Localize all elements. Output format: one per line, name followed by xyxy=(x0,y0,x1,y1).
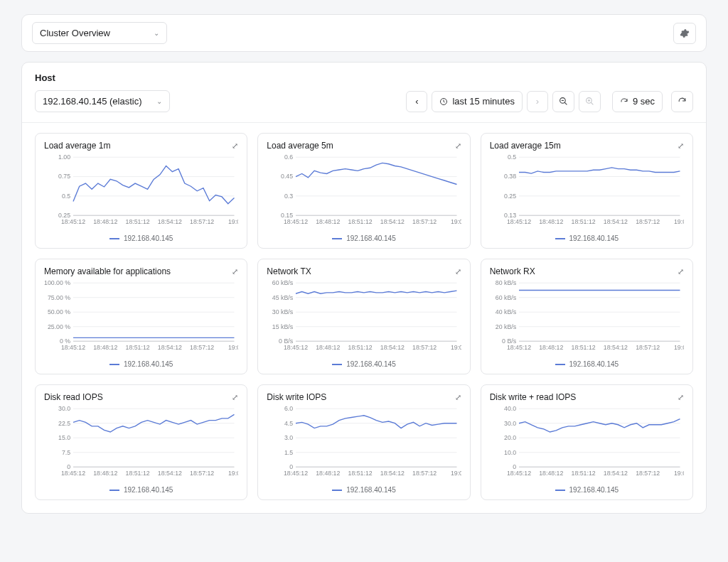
settings-button[interactable] xyxy=(673,23,696,44)
svg-text:18:51:12: 18:51:12 xyxy=(126,344,150,351)
expand-icon[interactable]: ⤢ xyxy=(455,393,461,402)
svg-line-7 xyxy=(591,102,593,104)
svg-text:18:48:12: 18:48:12 xyxy=(316,470,341,477)
svg-text:18:57:12: 18:57:12 xyxy=(412,218,437,225)
chart-plot[interactable]: 0 B/s15 kB/s30 kB/s45 kB/s60 kB/s18:45:1… xyxy=(267,279,461,357)
legend-swatch xyxy=(555,364,565,365)
overview-select[interactable]: Cluster Overview ⌄ xyxy=(32,22,167,44)
svg-text:19:0: 19:0 xyxy=(451,470,461,477)
expand-icon[interactable]: ⤢ xyxy=(455,141,461,151)
refresh-now-button[interactable] xyxy=(671,91,693,112)
chart-title: Disk write + read IOPS xyxy=(490,392,577,402)
svg-text:18:51:12: 18:51:12 xyxy=(126,218,150,225)
svg-text:60 kB/s: 60 kB/s xyxy=(272,279,294,286)
svg-text:19:0: 19:0 xyxy=(228,470,238,477)
chart-load1m: Load average 1m⤢0.250.50.751.0018:45:121… xyxy=(35,133,247,249)
expand-icon[interactable]: ⤢ xyxy=(455,267,461,276)
svg-text:19:0: 19:0 xyxy=(451,344,461,351)
svg-text:18:45:12: 18:45:12 xyxy=(507,218,531,225)
chart-legend: 192.168.40.145 xyxy=(490,360,684,368)
chart-plot[interactable]: 010.020.030.040.018:45:1218:48:1218:51:1… xyxy=(490,405,684,483)
svg-text:75.00 %: 75.00 % xyxy=(48,294,70,301)
legend-label: 192.168.40.145 xyxy=(346,360,396,368)
time-back-button[interactable]: ‹ xyxy=(406,91,427,112)
legend-label: 192.168.40.145 xyxy=(124,486,173,494)
svg-text:18:57:12: 18:57:12 xyxy=(636,218,660,225)
chart-title: Disk read IOPS xyxy=(44,392,103,402)
clock-icon xyxy=(439,97,448,106)
svg-text:18:57:12: 18:57:12 xyxy=(190,218,214,225)
svg-text:18:54:12: 18:54:12 xyxy=(603,470,627,477)
svg-text:18:51:12: 18:51:12 xyxy=(571,470,595,477)
legend-swatch xyxy=(332,364,342,365)
chevron-left-icon: ‹ xyxy=(415,96,418,107)
svg-text:30.0: 30.0 xyxy=(504,420,516,427)
svg-text:0.45: 0.45 xyxy=(281,173,293,180)
chart-title: Disk write IOPS xyxy=(267,392,326,402)
zoom-in-icon xyxy=(585,97,594,106)
chart-plot[interactable]: 01.53.04.56.018:45:1218:48:1218:51:1218:… xyxy=(267,405,461,483)
svg-text:18:51:12: 18:51:12 xyxy=(571,218,595,225)
svg-text:19:0: 19:0 xyxy=(228,218,238,225)
svg-text:18:45:12: 18:45:12 xyxy=(61,470,85,477)
expand-icon[interactable]: ⤢ xyxy=(232,267,238,276)
chart-legend: 192.168.40.145 xyxy=(44,234,238,242)
legend-label: 192.168.40.145 xyxy=(569,360,619,368)
svg-text:40 kB/s: 40 kB/s xyxy=(496,308,517,315)
chart-load15m: Load average 15m⤢0.130.250.380.518:45:12… xyxy=(481,133,693,249)
svg-text:18:45:12: 18:45:12 xyxy=(61,344,85,351)
svg-text:0.6: 0.6 xyxy=(284,153,293,161)
expand-icon[interactable]: ⤢ xyxy=(678,267,684,276)
chart-legend: 192.168.40.145 xyxy=(267,486,461,494)
svg-text:18:54:12: 18:54:12 xyxy=(380,344,405,351)
chevron-right-icon: › xyxy=(536,96,539,107)
svg-text:15 kB/s: 15 kB/s xyxy=(272,323,294,330)
zoom-out-button[interactable] xyxy=(552,91,574,112)
legend-label: 192.168.40.145 xyxy=(124,234,173,242)
panel-title: Host xyxy=(22,63,706,90)
expand-icon[interactable]: ⤢ xyxy=(678,393,684,402)
svg-text:3.0: 3.0 xyxy=(284,434,293,441)
expand-icon[interactable]: ⤢ xyxy=(232,393,238,402)
chart-legend: 192.168.40.145 xyxy=(490,486,684,494)
host-select[interactable]: 192.168.40.145 (elastic) ⌄ xyxy=(35,90,170,112)
chart-diskwrite: Disk write IOPS⤢01.53.04.56.018:45:1218:… xyxy=(257,384,470,500)
chart-plot[interactable]: 0 B/s20 kB/s40 kB/s60 kB/s80 kB/s18:45:1… xyxy=(490,279,684,357)
expand-icon[interactable]: ⤢ xyxy=(232,141,238,151)
zoom-in-button[interactable] xyxy=(579,91,601,112)
svg-text:18:51:12: 18:51:12 xyxy=(348,344,373,351)
chart-legend: 192.168.40.145 xyxy=(490,234,684,242)
chart-plot[interactable]: 0.130.250.380.518:45:1218:48:1218:51:121… xyxy=(490,153,684,232)
charts-grid: Load average 1m⤢0.250.50.751.0018:45:121… xyxy=(35,133,693,500)
legend-label: 192.168.40.145 xyxy=(346,486,396,494)
time-forward-button[interactable]: › xyxy=(527,91,548,112)
svg-text:100.00 %: 100.00 % xyxy=(44,279,70,286)
chart-plot[interactable]: 07.515.022.530.018:45:1218:48:1218:51:12… xyxy=(44,405,238,483)
svg-text:0.5: 0.5 xyxy=(508,153,516,161)
chart-plot[interactable]: 0.250.50.751.0018:45:1218:48:1218:51:121… xyxy=(44,153,238,232)
svg-text:18:54:12: 18:54:12 xyxy=(380,470,405,477)
expand-icon[interactable]: ⤢ xyxy=(678,141,684,151)
svg-text:1.00: 1.00 xyxy=(58,153,70,161)
svg-text:10.0: 10.0 xyxy=(504,449,516,456)
legend-swatch xyxy=(332,490,342,491)
legend-swatch xyxy=(332,238,342,239)
legend-label: 192.168.40.145 xyxy=(346,234,396,242)
svg-text:19:0: 19:0 xyxy=(228,344,238,351)
time-range-button[interactable]: last 15 minutes xyxy=(432,91,522,112)
refresh-interval-button[interactable]: 9 sec xyxy=(612,91,663,112)
svg-text:15.0: 15.0 xyxy=(58,434,70,441)
svg-text:18:57:12: 18:57:12 xyxy=(412,470,437,477)
svg-text:18:48:12: 18:48:12 xyxy=(539,470,563,477)
svg-text:1.5: 1.5 xyxy=(284,449,293,456)
svg-text:25.00 %: 25.00 % xyxy=(48,323,70,330)
chart-plot[interactable]: 0.150.30.450.618:45:1218:48:1218:51:1218… xyxy=(267,153,461,232)
chart-plot[interactable]: 0 %25.00 %50.00 %75.00 %100.00 %18:45:12… xyxy=(44,279,238,357)
svg-text:18:57:12: 18:57:12 xyxy=(190,470,214,477)
chart-load5m: Load average 5m⤢0.150.30.450.618:45:1218… xyxy=(257,133,470,249)
chart-legend: 192.168.40.145 xyxy=(267,360,461,368)
legend-swatch xyxy=(555,490,565,491)
svg-text:18:48:12: 18:48:12 xyxy=(316,218,341,225)
zoom-out-icon xyxy=(559,97,568,106)
legend-swatch xyxy=(109,490,119,491)
